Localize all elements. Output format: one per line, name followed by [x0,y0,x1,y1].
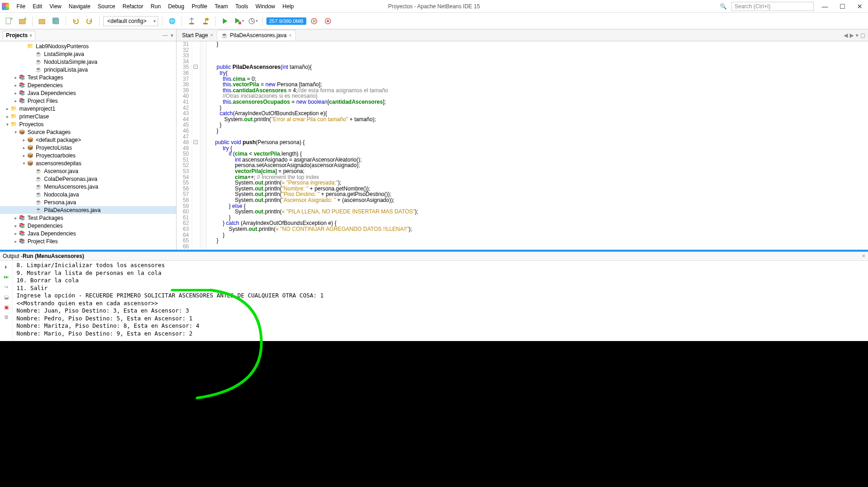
expand-icon[interactable]: ▸ [13,91,18,95]
collapse-icon[interactable]: ▾ [13,130,18,134]
tab-prev-icon[interactable]: ◀ [844,32,848,39]
tab-next-icon[interactable]: ▶ [850,32,854,39]
collapse-icon[interactable]: ▾ [21,161,27,166]
fold-toggle-icon[interactable]: − [194,65,198,69]
tree-item[interactable]: ▸📚Java Dependencies [0,89,176,97]
expand-icon[interactable]: ▸ [13,231,18,236]
save-all-button[interactable] [50,15,62,27]
fold-toggle-icon[interactable]: − [194,140,198,144]
menu-tools[interactable]: Tools [232,1,252,11]
menu-refactor[interactable]: Refactor [119,1,147,11]
menu-team[interactable]: Team [211,1,232,11]
expand-icon[interactable]: ▸ [13,75,18,80]
expand-icon[interactable]: ▸ [13,239,18,244]
code-editor[interactable]: 3132333435363738394041424344454647484950… [177,41,868,250]
tree-item[interactable]: ▾📁Proyectos [0,120,176,128]
rerun-fast-icon[interactable]: ⏭ [2,273,11,281]
stop-gc-icon[interactable] [322,15,334,27]
expand-icon[interactable]: ▸ [13,83,18,88]
close-tab-icon[interactable]: × [210,33,213,38]
tree-item[interactable]: ☕Persona.java [0,198,176,206]
tab-max-icon[interactable]: ▢ [860,32,865,39]
tree-item[interactable]: ▸📁primerClase [0,112,176,120]
tree-item[interactable]: ▸📚Test Packages [0,214,176,222]
stop-red-icon[interactable]: ▣ [2,303,11,311]
memory-indicator[interactable]: 257.9/380.0MB [266,17,306,25]
pause-gc-icon[interactable] [308,15,320,27]
tree-item[interactable]: ▾📦Source Packages [0,128,176,136]
expand-icon[interactable]: ▸ [21,146,27,150]
menu-edit[interactable]: Edit [29,1,46,11]
menu-window[interactable]: Window [252,1,279,11]
menu-help[interactable]: Help [279,1,298,11]
expand-icon[interactable]: ▸ [21,153,27,158]
tree-item[interactable]: ▸📚Dependencies [0,81,176,89]
stop-build-icon[interactable]: ⬓ [2,293,11,301]
minimize-panel-icon[interactable]: — [162,32,168,39]
output-text[interactable]: 8. Limpiar/Inicializar todos los ascenso… [13,261,868,341]
open-button[interactable] [36,15,48,27]
tree-item[interactable]: ☕PilaDeAscensores.java [0,206,176,214]
close-output-icon[interactable]: × [862,253,865,259]
new-project-button[interactable]: + [17,15,28,27]
close-icon[interactable]: × [29,33,32,38]
fold-column[interactable]: −−− [192,41,200,250]
config-combo[interactable]: <default config> [103,16,158,26]
code-lines[interactable]: } public PilaDeAscensores(int tamaño){ t… [207,41,868,250]
menu-file[interactable]: File [13,1,29,11]
tree-item[interactable]: ☕Nodocola.java [0,190,176,198]
projects-tab[interactable]: Projects × [3,31,35,39]
tab-list-icon[interactable]: ▾ [856,32,858,39]
tree-item[interactable]: ▸📁mavenproject1 [0,105,176,112]
search-icon[interactable]: 🔍 [720,3,727,10]
tree-item[interactable]: ☕MenuAscensores.java [0,183,176,190]
run-button[interactable] [219,15,231,27]
debug-button[interactable]: ▾ [233,15,245,27]
editor-tab[interactable]: ☕PilaDeAscensores.java× [217,30,296,40]
tree-item[interactable]: ☕NodoListaSimple.java [0,58,176,66]
menu-source[interactable]: Source [94,1,119,11]
tree-item[interactable]: ▸📚Project Files [0,237,176,245]
stop-out-icon[interactable]: ↪ [2,283,11,291]
search-input[interactable]: Search (Ctrl+I) [731,2,814,11]
expand-icon[interactable]: ▸ [5,114,10,119]
tree-item[interactable]: ☕ColaDePersonas.java [0,175,176,183]
build-button[interactable] [186,15,198,27]
tree-item[interactable]: ☕principalLista.java [0,66,176,73]
menu-view[interactable]: View [46,1,65,11]
tree-item[interactable]: ▸📚Test Packages [0,73,176,81]
tree-item[interactable]: ☕Ascensor.java [0,167,176,175]
undo-button[interactable] [70,15,82,27]
collapse-icon[interactable]: ▾ [5,122,10,127]
minimize-button[interactable]: — [818,2,831,11]
menu-navigate[interactable]: Navigate [65,1,94,11]
tree-item[interactable]: ▸📦Proyectoarboles [0,151,176,159]
tree-item[interactable]: ▾📦ascensoresdepilas [0,159,176,167]
expand-icon[interactable]: ▸ [13,216,18,220]
expand-icon[interactable]: ▸ [21,138,27,142]
expand-icon[interactable]: ▸ [5,106,10,111]
redo-button[interactable] [83,15,95,27]
tree-item[interactable]: ▸📦<default package> [0,136,176,144]
clean-build-button[interactable] [199,15,211,27]
rerun-icon[interactable]: ⏵ [2,263,11,271]
tree-item[interactable]: ▸📦ProyectoListas [0,144,176,151]
project-tree[interactable]: 📁Lab9NodosyPunteros☕ListaSimple.java☕Nod… [0,41,176,250]
tree-item[interactable]: ▸📚Dependencies [0,222,176,230]
close-button[interactable]: ✕ [853,2,866,11]
wrap-icon[interactable]: ⚙ [2,313,11,321]
tree-item[interactable]: ▸📚Project Files [0,97,176,105]
globe-icon[interactable]: 🌐 [166,15,178,27]
tree-item[interactable]: 📁Lab9NodosyPunteros [0,42,176,50]
maximize-button[interactable]: ☐ [836,2,849,11]
editor-tab[interactable]: Start Page× [178,30,217,40]
new-file-button[interactable]: + [3,15,15,27]
close-tab-icon[interactable]: × [289,33,292,38]
expand-icon[interactable]: ▸ [13,224,18,228]
panel-menu-icon[interactable]: ▾ [171,32,173,39]
tree-item[interactable]: ▸📚Java Dependencies [0,230,176,237]
profile-button[interactable]: ▾ [247,15,259,27]
menu-debug[interactable]: Debug [165,1,188,11]
tree-item[interactable]: ☕ListaSimple.java [0,50,176,58]
menu-run[interactable]: Run [147,1,165,11]
